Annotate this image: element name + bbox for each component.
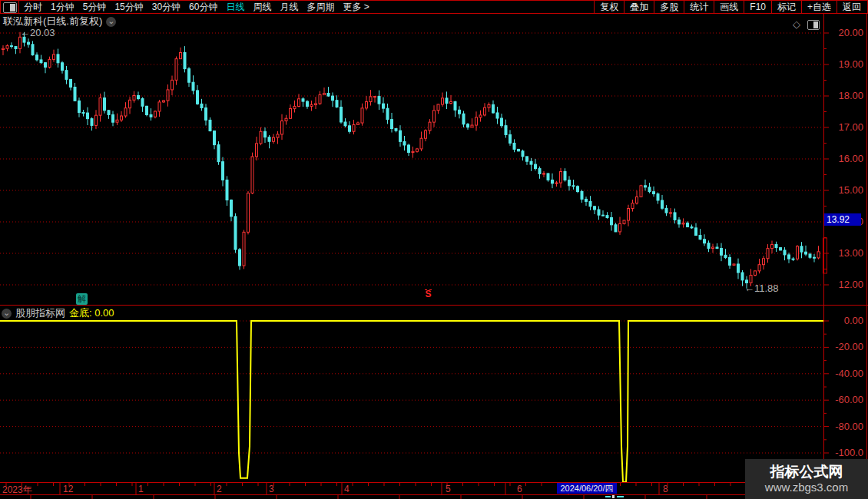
menu-item-mark[interactable]: 标记 <box>771 1 801 13</box>
watermark-logo: 指标公式网 www.zbgs3.com <box>745 459 868 499</box>
price-axis-label: 18.00 <box>827 90 863 101</box>
sell-marker: S <box>425 289 432 299</box>
indicator-axis-label: 0.00 <box>827 315 863 326</box>
diamond-icon[interactable]: ◇ <box>793 18 800 30</box>
jie-badge[interactable]: 解 <box>76 293 88 305</box>
price-axis-label: 19.00 <box>827 58 863 70</box>
right-border-line <box>866 0 867 499</box>
indicator-axis-label: -40.00 <box>827 368 863 379</box>
last-price-tag: 13.92 <box>824 213 861 226</box>
menu-item-weekly[interactable]: 周线 <box>253 1 271 14</box>
menu-item-1min[interactable]: 1分钟 <box>51 1 75 14</box>
menu-item-multi-period[interactable]: 多周期 <box>306 1 334 14</box>
menu-item-30min[interactable]: 30分钟 <box>152 1 181 14</box>
price-axis-label: 17.00 <box>827 121 863 133</box>
axis-divider-line <box>823 14 824 499</box>
candlestick-series <box>2 32 820 289</box>
split-panel-icon[interactable] <box>807 20 820 30</box>
indicator-axis-label: -100.0 <box>827 447 863 458</box>
chevron-down-icon[interactable]: ⌄ <box>106 17 116 27</box>
indicator-source[interactable]: 股朋指标网 <box>15 306 65 320</box>
timeline-label: 3 <box>269 484 274 494</box>
timeline-label: 2023年 <box>2 484 32 497</box>
top-toolbar: 分时 1分钟 5分钟 15分钟 30分钟 60分钟 日线 周线 月线 多周期 更… <box>0 0 868 14</box>
timeline-bar[interactable] <box>0 482 868 495</box>
selected-date-tag: 2024/06/20/四 <box>557 483 617 494</box>
sidebar-toggle-icon[interactable] <box>3 2 17 13</box>
gridlines <box>0 33 823 453</box>
timeline-label: 4 <box>344 484 350 494</box>
chart-canvas[interactable] <box>0 0 868 499</box>
period-menu: 分时 1分钟 5分钟 15分钟 30分钟 60分钟 日线 周线 月线 多周期 更… <box>24 1 369 14</box>
low-price-label: ←11.88 <box>744 283 779 294</box>
menu-item-overlay[interactable]: 叠加 <box>624 1 654 13</box>
menu-item-monthly[interactable]: 月线 <box>280 1 298 14</box>
menu-item-stats[interactable]: 统计 <box>684 1 714 13</box>
menu-item-15min[interactable]: 15分钟 <box>114 1 143 14</box>
panel-divider-line <box>0 305 868 306</box>
timeline-label: 12 <box>63 484 73 494</box>
price-axis-label: 15.00 <box>827 184 863 196</box>
timeline-label: 5 <box>446 484 451 494</box>
indicator-header: ⌄ 股朋指标网 金底: 0.00 <box>2 306 114 320</box>
high-price-label: ←20.03 <box>20 27 55 38</box>
indicator-collapse-icon[interactable]: ⌄ <box>2 309 12 319</box>
menu-item-more[interactable]: 更多 > <box>343 1 369 14</box>
price-axis-label: 12.00 <box>827 279 863 290</box>
menu-item-fenshi[interactable]: 分时 <box>24 1 42 14</box>
price-axis-label: 16.00 <box>827 153 863 164</box>
menu-item-daily-active[interactable]: 日线 <box>226 1 244 14</box>
toolbar-separator <box>18 1 19 14</box>
menu-item-5min[interactable]: 5分钟 <box>83 1 107 14</box>
indicator-axis-label: -80.00 <box>827 421 863 432</box>
tools-menu: 复权 叠加 多股 统计 画线 F10 标记 +自选 返回 <box>594 1 866 13</box>
indicator-axis-label: -60.00 <box>827 394 863 405</box>
price-axis-label: 13.00 <box>827 247 863 259</box>
menu-item-add-favorite[interactable]: +自选 <box>801 1 837 13</box>
menu-item-fuquan[interactable]: 复权 <box>594 1 624 13</box>
indicator-name-value: 金底: 0.00 <box>69 306 114 320</box>
timeline-label: 2 <box>217 484 222 494</box>
price-axis-label: 20.00 <box>827 27 863 38</box>
timeline-label: 6 <box>517 484 522 494</box>
menu-item-multi-stock[interactable]: 多股 <box>654 1 684 13</box>
gold-bottom-indicator-line <box>0 321 823 482</box>
timeline-label: 8 <box>663 484 668 494</box>
menu-item-60min[interactable]: 60分钟 <box>189 1 217 14</box>
menu-item-back[interactable]: 返回 <box>837 1 866 13</box>
indicator-axis-label: -20.00 <box>827 341 863 352</box>
watermark-title: 指标公式网 <box>770 464 843 481</box>
menu-item-f10[interactable]: F10 <box>744 1 771 13</box>
watermark-url: www.zbgs3.com <box>765 481 848 494</box>
timeline-label: 1 <box>138 484 144 494</box>
menu-item-draw-line[interactable]: 画线 <box>714 1 744 13</box>
marker-letter: S <box>425 290 432 299</box>
